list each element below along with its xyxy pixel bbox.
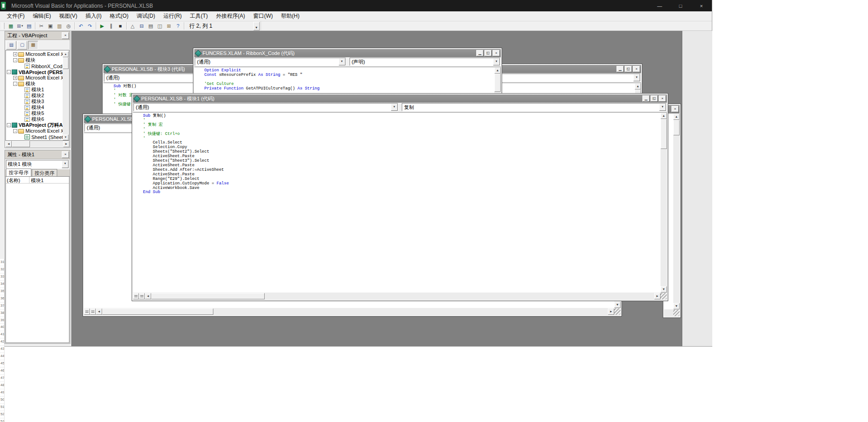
child-minimize-button[interactable]: ▁ — [616, 66, 624, 72]
break-button[interactable]: ∥ — [107, 22, 116, 30]
cut-button[interactable]: ✂ — [37, 22, 46, 30]
excel-row-header[interactable]: 53 — [0, 418, 4, 422]
scroll-thumb[interactable] — [494, 74, 501, 92]
excel-row-header[interactable]: 51 — [0, 404, 4, 411]
scroll-up-icon[interactable]: ▲ — [635, 83, 641, 89]
excel-row-header[interactable]: 50 — [0, 397, 4, 404]
horizontal-scrollbar[interactable] — [664, 310, 673, 316]
view-code-button[interactable]: ▤ — [6, 41, 16, 50]
excel-row-header[interactable]: 52 — [0, 411, 4, 418]
project-explorer-button[interactable]: ⊟ — [137, 22, 146, 30]
child-close-button[interactable]: × — [493, 50, 500, 56]
scroll-right-icon[interactable]: ► — [63, 141, 69, 147]
scroll-right-icon[interactable]: ► — [608, 308, 614, 315]
main-titlebar[interactable]: Microsoft Visual Basic for Applications … — [0, 0, 712, 11]
excel-row-header[interactable]: 35 — [0, 288, 4, 295]
scroll-down-icon[interactable]: ▼ — [673, 303, 680, 309]
chevron-down-icon[interactable]: ▼ — [339, 58, 345, 65]
scroll-up-icon[interactable]: ▲ — [673, 114, 680, 120]
tree-expander[interactable]: - — [7, 70, 11, 74]
procedure-combobox[interactable]: (声明) ▼ — [350, 58, 501, 66]
excel-row-header[interactable]: 42 — [0, 338, 4, 346]
child-minimize-button[interactable]: ▁ — [476, 50, 483, 56]
excel-row-header[interactable]: 46 — [0, 367, 4, 375]
menu-item-3[interactable]: 插入(I) — [81, 11, 105, 21]
find-button[interactable]: ◎ — [64, 22, 73, 30]
child-restore-button[interactable]: ◱ — [651, 95, 658, 102]
menu-item-4[interactable]: 格式(O) — [106, 11, 133, 21]
scroll-down-icon[interactable]: ▼ — [661, 286, 667, 293]
resize-grip[interactable] — [673, 310, 680, 316]
object-browser-button[interactable]: ◫ — [155, 22, 164, 30]
excel-row-header[interactable]: 34 — [0, 281, 4, 288]
scroll-thumb[interactable] — [63, 57, 69, 69]
scroll-track[interactable] — [12, 141, 63, 147]
tree-item[interactable]: -Microsoft Excel 对象 — [7, 128, 63, 134]
menu-item-2[interactable]: 视图(V) — [55, 11, 81, 21]
child-minimize-button[interactable]: ▁ — [642, 95, 650, 102]
design-mode-button[interactable]: △ — [128, 22, 137, 30]
scroll-down-icon[interactable]: ▼ — [63, 134, 69, 140]
scroll-up-icon[interactable]: ▲ — [63, 51, 69, 57]
tree-expander[interactable]: - — [13, 129, 17, 133]
toggle-folders-button[interactable]: ▩ — [28, 41, 38, 50]
excel-row-header[interactable]: 31 — [0, 259, 4, 266]
scroll-thumb[interactable] — [673, 120, 680, 135]
toolbar-grip[interactable] — [2, 23, 5, 29]
properties-window-button[interactable]: ▤ — [146, 22, 155, 30]
paste-button[interactable]: ▥ — [55, 22, 64, 30]
excel-row-header[interactable]: 47 — [0, 375, 4, 382]
menu-item-1[interactable]: 编辑(E) — [29, 11, 55, 21]
tree-item[interactable]: RibbonX_Code — [7, 63, 63, 69]
excel-row-header[interactable]: 48 — [0, 382, 4, 389]
tree-expander[interactable]: + — [13, 76, 17, 80]
code-window-module1[interactable]: PERSONAL.XLSB - 模块1 (代码) ▁ ◱ × (通用) ▼ 复制… — [132, 93, 668, 301]
undo-button[interactable]: ↶ — [76, 22, 85, 30]
excel-row-header[interactable]: 32 — [0, 266, 4, 273]
module-view-button[interactable] — [139, 293, 145, 299]
procedure-view-button[interactable] — [84, 308, 90, 315]
menu-item-8[interactable]: 外接程序(A) — [212, 11, 249, 21]
help-button[interactable]: ? — [173, 22, 182, 30]
scroll-thumb[interactable] — [151, 293, 265, 299]
scroll-left-icon[interactable]: ◄ — [96, 308, 102, 315]
scroll-down-icon[interactable]: ▼ — [614, 302, 621, 308]
chevron-down-icon[interactable]: ▼ — [493, 58, 500, 65]
scroll-left-icon[interactable]: ◄ — [5, 141, 12, 147]
insert-object-button[interactable]: ⊞▾ — [15, 22, 25, 30]
scroll-thumb[interactable] — [102, 308, 213, 315]
project-tree-vscrollbar[interactable]: ▲ ▼ — [63, 51, 69, 140]
excel-row-header[interactable]: 33 — [0, 273, 4, 281]
scroll-thumb[interactable] — [661, 119, 667, 149]
view-object-button[interactable]: ▢ — [17, 41, 27, 50]
tree-expander[interactable]: - — [13, 58, 17, 62]
properties-panel-titlebar[interactable]: 属性 - 模块1 × — [5, 150, 70, 159]
object-combobox[interactable]: (通用) ▼ — [195, 58, 346, 66]
properties-object-selector[interactable]: 模块1 模块 ▼ — [6, 160, 69, 169]
child-close-button[interactable]: × — [633, 66, 640, 72]
save-button[interactable]: ▤ — [25, 22, 34, 30]
tree-expander[interactable]: - — [7, 123, 11, 127]
copy-button[interactable]: ▣ — [46, 22, 55, 30]
toolbar-overflow-button[interactable]: ▾ — [253, 22, 260, 30]
project-panel-close-button[interactable]: × — [62, 32, 69, 39]
project-panel-titlebar[interactable]: 工程 - VBAProject × — [5, 31, 70, 40]
horizontal-scrollbar[interactable]: ◄ ► — [145, 293, 661, 299]
excel-row-header[interactable]: 37 — [0, 303, 4, 310]
project-tree-hscrollbar[interactable]: ◄ ► — [5, 141, 69, 147]
child-close-button[interactable]: × — [659, 95, 666, 102]
chevron-down-icon[interactable]: ▼ — [659, 104, 666, 111]
tree-expander[interactable]: - — [13, 82, 17, 86]
horizontal-scrollbar[interactable]: ◄ ► — [96, 308, 614, 315]
child-restore-button[interactable]: ◱ — [625, 66, 632, 72]
object-combobox[interactable]: (通用) ▼ — [133, 103, 398, 111]
scroll-up-icon[interactable]: ▲ — [661, 113, 667, 119]
procedure-combobox[interactable]: 复制 ▼ — [402, 103, 666, 111]
tree-item[interactable]: Sheet1 (Sheet1) — [7, 134, 63, 140]
resize-grip[interactable] — [614, 308, 621, 315]
child-restore-button[interactable]: ◱ — [484, 50, 492, 56]
tree-expander[interactable]: + — [13, 52, 17, 56]
scroll-right-icon[interactable]: ► — [654, 293, 661, 299]
menu-item-6[interactable]: 运行(R) — [159, 11, 186, 21]
scroll-thumb[interactable] — [12, 141, 30, 147]
